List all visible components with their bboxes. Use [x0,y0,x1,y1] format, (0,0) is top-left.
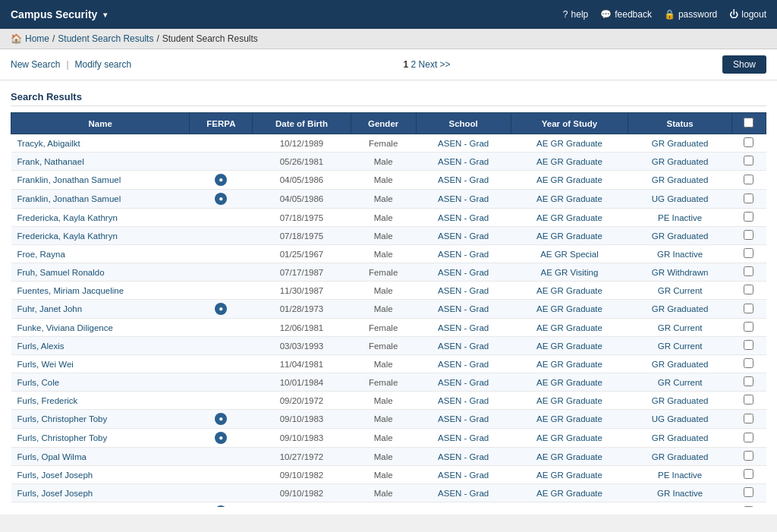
row-checkbox[interactable] [744,266,753,276]
row-checkbox[interactable] [744,395,753,405]
row-checkbox[interactable] [744,487,753,497]
student-name[interactable]: Furls, Frederick [11,392,190,410]
ferpa-cell [190,282,253,300]
gender: Male [351,300,416,319]
student-name[interactable]: Fredericka, Kayla Kathryn [11,227,190,245]
row-checkbox-cell[interactable] [731,190,766,209]
dropdown-arrow-icon[interactable]: ▾ [103,11,107,19]
row-checkbox-cell[interactable] [731,134,766,153]
student-name[interactable]: Franklin, Jonathan Samuel [11,171,190,190]
student-name[interactable]: Furls, Josef Joseph [11,484,190,502]
student-name[interactable]: Furls, Alexis [11,337,190,355]
gender: Male [351,484,416,502]
row-checkbox-cell[interactable] [731,171,766,190]
row-checkbox-cell[interactable] [731,319,766,337]
row-checkbox[interactable] [744,469,753,479]
year-of-study: AE GR Graduate [511,319,628,337]
ferpa-icon: ● [215,413,227,425]
row-checkbox-cell[interactable] [731,209,766,227]
year-of-study: AE GR Graduate [511,171,628,190]
student-name[interactable]: Furls, Christopher Toby [11,410,190,429]
password-link[interactable]: 🔒 password [664,9,717,20]
student-name[interactable]: Furls, Josef Joseph [11,466,190,484]
student-name[interactable]: Furls, Cole [11,373,190,392]
row-checkbox-cell[interactable] [731,484,766,502]
table-row: Furls, Howard Scott●12/09/1978MaleASEN -… [11,502,766,508]
row-checkbox[interactable] [744,322,753,332]
row-checkbox[interactable] [744,304,753,313]
feedback-link[interactable]: 💬 feedback [600,9,652,20]
modify-search-link[interactable]: Modify search [75,59,132,70]
row-checkbox[interactable] [744,340,753,350]
col-select-all[interactable] [731,113,766,134]
row-checkbox-cell[interactable] [731,337,766,355]
row-checkbox[interactable] [744,156,753,165]
row-checkbox-cell[interactable] [731,373,766,392]
page-2-link[interactable]: 2 [411,59,417,70]
student-name[interactable]: Furls, Christopher Toby [11,429,190,448]
new-search-link[interactable]: New Search [11,59,60,70]
gender: Male [351,282,416,300]
row-checkbox-cell[interactable] [731,466,766,484]
help-link[interactable]: ? help [563,9,588,20]
student-name[interactable]: Froe, Rayna [11,245,190,263]
school: ASEN - Grad [416,153,511,171]
row-checkbox-cell[interactable] [731,282,766,300]
row-checkbox[interactable] [744,506,753,508]
status: GR Graduated [628,171,731,190]
student-name[interactable]: Furls, Wei Wei [11,355,190,373]
row-checkbox[interactable] [744,358,753,368]
row-checkbox-cell[interactable] [731,153,766,171]
logout-link[interactable]: ⏻ logout [729,9,766,20]
results-table-wrapper: Name FERPA Date of Birth Gender School Y… [11,112,766,507]
row-checkbox[interactable] [744,285,753,294]
next-page-link[interactable]: Next >> [419,59,451,70]
show-button[interactable]: Show [722,55,766,74]
gender: Female [351,337,416,355]
student-name[interactable]: Tracyk, Abigailkt [11,134,190,153]
student-name[interactable]: Furls, Howard Scott [11,502,190,508]
student-name[interactable]: Fruh, Samuel Ronaldo [11,263,190,282]
breadcrumb-path1[interactable]: Student Search Results [58,33,153,44]
table-row: Fredericka, Kayla Kathryn07/18/1975MaleA… [11,209,766,227]
row-checkbox[interactable] [744,248,753,258]
status: GR Inactive [628,245,731,263]
home-icon: 🏠 [11,33,22,44]
ferpa-cell: ● [190,429,253,448]
student-name[interactable]: Funke, Viviana Diligence [11,319,190,337]
row-checkbox-cell[interactable] [731,227,766,245]
gender: Male [351,171,416,190]
row-checkbox-cell[interactable] [731,392,766,410]
row-checkbox[interactable] [744,175,753,184]
row-checkbox-cell[interactable] [731,355,766,373]
status: GR Current [628,319,731,337]
status: GR Graduated [628,429,731,448]
gender: Female [351,263,416,282]
row-checkbox[interactable] [744,376,753,386]
search-results-title: Search Results [11,88,766,106]
row-checkbox-cell[interactable] [731,300,766,319]
row-checkbox[interactable] [744,433,753,442]
row-checkbox[interactable] [744,194,753,203]
row-checkbox[interactable] [744,414,753,423]
ferpa-icon: ● [215,174,227,186]
student-name[interactable]: Furls, Opal Wilma [11,448,190,466]
row-checkbox-cell[interactable] [731,263,766,282]
row-checkbox-cell[interactable] [731,448,766,466]
row-checkbox-cell[interactable] [731,502,766,508]
student-name[interactable]: Fredericka, Kayla Kathryn [11,209,190,227]
row-checkbox[interactable] [744,137,753,147]
student-name[interactable]: Fuentes, Miriam Jacqueline [11,282,190,300]
breadcrumb-home[interactable]: Home [25,33,49,44]
row-checkbox[interactable] [744,230,753,240]
select-all-checkbox[interactable] [744,118,753,127]
row-checkbox-cell[interactable] [731,410,766,429]
date-of-birth: 12/06/1981 [253,319,351,337]
row-checkbox-cell[interactable] [731,429,766,448]
student-name[interactable]: Fuhr, Janet John [11,300,190,319]
student-name[interactable]: Franklin, Jonathan Samuel [11,190,190,209]
row-checkbox-cell[interactable] [731,245,766,263]
row-checkbox[interactable] [744,212,753,222]
row-checkbox[interactable] [744,451,753,461]
student-name[interactable]: Frank, Nathanael [11,153,190,171]
